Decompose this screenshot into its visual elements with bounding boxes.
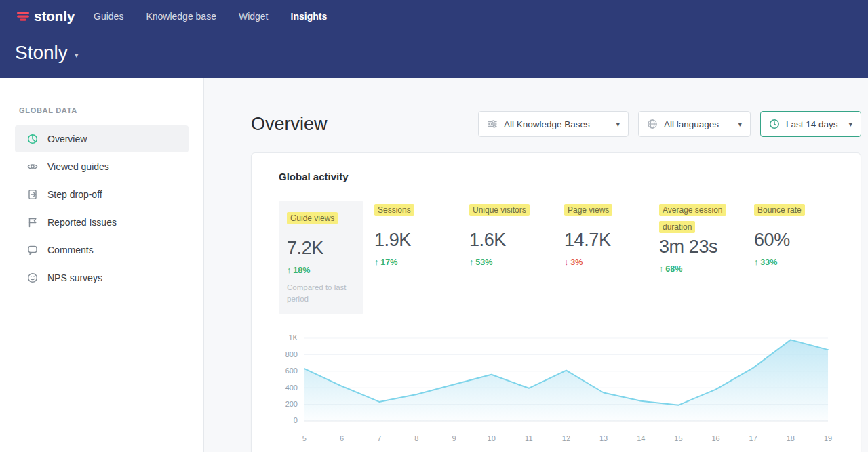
nav-item-knowledge-base[interactable]: Knowledge base (146, 11, 216, 22)
card-title: Global activity (279, 171, 833, 182)
workspace-title: Stonly (15, 42, 68, 64)
metric-page-views: Page views 14.7K ↓ 3% (564, 201, 659, 267)
svg-text:8: 8 (414, 434, 418, 443)
svg-text:6: 6 (340, 434, 344, 443)
metrics-row: Guide views 7.2K ↑ 18% Compared to last … (279, 201, 833, 314)
metric-average-session-duration: Average session duration 3m 23s ↑ 68% (659, 201, 754, 274)
metric-label: Average session duration (659, 204, 726, 233)
svg-text:800: 800 (285, 350, 298, 358)
main-header: Overview All Knowledge Bases ▾ All langu… (251, 110, 861, 138)
stonly-logo[interactable]: stonly (16, 8, 75, 24)
filter-label: Last 14 days (786, 119, 838, 129)
svg-text:200: 200 (285, 400, 298, 408)
comment-icon (27, 245, 38, 255)
svg-text:400: 400 (285, 384, 298, 392)
page-title: Overview (251, 114, 328, 135)
up-arrow-icon: ↑ (469, 258, 473, 267)
metric-unique-visitors: Unique visitors 1.6K ↑ 53% (469, 201, 564, 267)
up-arrow-icon: ↑ (374, 258, 378, 267)
svg-text:19: 19 (824, 434, 832, 443)
metric-label: Page views (564, 204, 612, 216)
svg-text:18: 18 (787, 434, 795, 443)
metric-value: 7.2K (287, 238, 357, 259)
sidebar-item-viewed-guides[interactable]: Viewed guides (15, 153, 189, 180)
metric-value: 1.9K (374, 230, 469, 251)
knowledge-bases-filter[interactable]: All Knowledge Bases ▾ (478, 111, 629, 137)
metric-sessions: Sessions 1.9K ↑ 17% (374, 201, 469, 267)
up-arrow-icon: ↑ (754, 258, 758, 267)
smiley-icon (27, 272, 38, 283)
metric-label: Guide views (287, 212, 338, 224)
svg-text:15: 15 (674, 434, 682, 443)
sidebar-item-reported-issues[interactable]: Reported Issues (15, 209, 189, 236)
chevron-down-icon: ▾ (738, 120, 742, 129)
metric-change: ↓ 3% (564, 258, 659, 267)
nav-item-guides[interactable]: Guides (94, 11, 123, 22)
sidebar-item-nps-surveys[interactable]: NPS surveys (15, 264, 189, 291)
metric-note: Compared to last period (287, 282, 357, 304)
step-drop-off-icon (27, 189, 38, 200)
logo-text: stonly (34, 8, 75, 24)
top-nav-row: stonly Guides Knowledge base Widget Insi… (0, 0, 868, 24)
eye-icon (27, 161, 38, 172)
svg-text:11: 11 (525, 434, 532, 443)
svg-text:13: 13 (599, 434, 608, 443)
svg-text:10: 10 (488, 434, 496, 443)
sidebar: GLOBAL DATA Overview Viewed guides Step … (0, 78, 204, 452)
metric-change-value: 3% (570, 258, 583, 267)
metric-label: Bounce rate (754, 204, 805, 216)
globe-icon (647, 119, 658, 129)
metric-change: ↑ 18% (287, 266, 357, 275)
metric-guide-views: Guide views 7.2K ↑ 18% Compared to last … (279, 201, 363, 314)
workspace-selector[interactable]: Stonly ▾ (0, 24, 868, 64)
svg-text:0: 0 (294, 417, 298, 425)
clock-icon (769, 119, 780, 129)
top-header: stonly Guides Knowledge base Widget Insi… (0, 0, 868, 78)
metric-value: 60% (754, 230, 833, 251)
svg-text:17: 17 (749, 434, 757, 443)
main-content: Overview All Knowledge Bases ▾ All langu… (204, 78, 868, 452)
languages-filter[interactable]: All languages ▾ (638, 111, 751, 137)
stonly-logo-icon (16, 9, 30, 23)
svg-text:12: 12 (562, 434, 570, 443)
svg-text:5: 5 (302, 434, 307, 443)
filter-label: All languages (664, 119, 719, 129)
metric-label: Unique visitors (469, 204, 530, 216)
metric-change-value: 17% (380, 258, 397, 267)
svg-text:1K: 1K (289, 334, 298, 342)
sidebar-item-step-drop-off[interactable]: Step drop-off (15, 181, 189, 208)
date-range-filter[interactable]: Last 14 days ▾ (760, 111, 861, 137)
sidebar-item-label: Viewed guides (47, 161, 109, 172)
svg-text:600: 600 (285, 367, 298, 375)
filter-label: All Knowledge Bases (504, 119, 590, 129)
metric-value: 1.6K (469, 230, 564, 251)
sidebar-item-comments[interactable]: Comments (15, 237, 189, 264)
workspace-dropdown-caret-icon[interactable]: ▾ (75, 50, 79, 60)
svg-text:9: 9 (452, 434, 456, 443)
sidebar-item-overview[interactable]: Overview (15, 125, 189, 152)
knowledge-bases-icon (487, 119, 498, 129)
metric-change-value: 18% (293, 266, 310, 275)
svg-text:16: 16 (711, 434, 719, 443)
flag-icon (27, 217, 38, 228)
chevron-down-icon: ▾ (616, 120, 620, 129)
filters-bar: All Knowledge Bases ▾ All languages ▾ La… (478, 111, 861, 137)
nav-item-insights[interactable]: Insights (291, 11, 328, 22)
svg-text:7: 7 (377, 434, 381, 443)
metric-change-value: 33% (760, 258, 777, 267)
sidebar-item-label: Step drop-off (47, 189, 102, 200)
up-arrow-icon: ↑ (287, 266, 291, 275)
global-activity-area-chart: 02004006008001K5678910111213141516171819 (279, 331, 833, 448)
metric-change-value: 68% (665, 264, 682, 274)
metric-change: ↑ 17% (374, 258, 469, 267)
global-activity-chart-container: 02004006008001K5678910111213141516171819 (279, 331, 833, 448)
metric-value: 14.7K (564, 230, 659, 251)
sidebar-item-label: Comments (47, 245, 94, 255)
sidebar-section-label: GLOBAL DATA (19, 106, 203, 115)
metric-change: ↑ 53% (469, 258, 564, 267)
svg-text:14: 14 (637, 434, 645, 443)
global-activity-card: Global activity Guide views 7.2K ↑ 18% C… (251, 152, 861, 452)
nav-item-widget[interactable]: Widget (239, 11, 269, 22)
up-arrow-icon: ↑ (659, 264, 663, 274)
metric-change-value: 53% (475, 258, 492, 267)
